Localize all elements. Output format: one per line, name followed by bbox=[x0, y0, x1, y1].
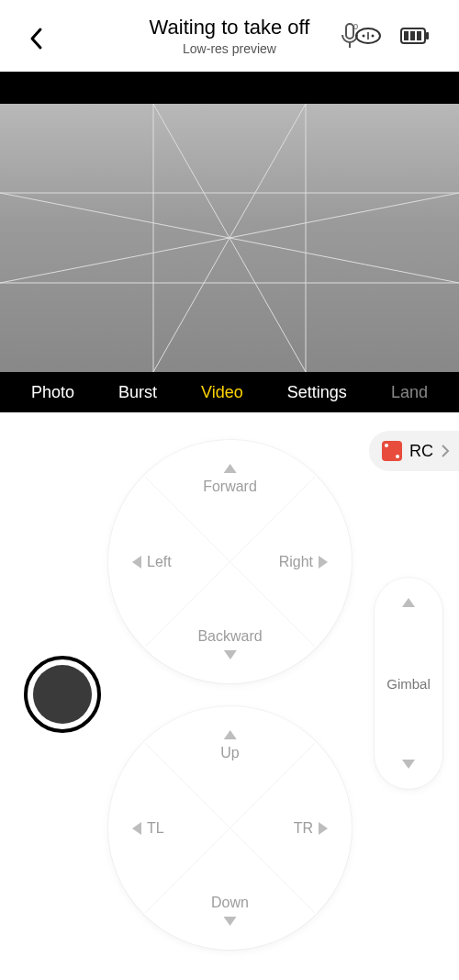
triangle-up-icon bbox=[224, 464, 237, 473]
turn-left-control[interactable]: TL bbox=[132, 820, 164, 837]
down-label: Down bbox=[211, 895, 249, 911]
tab-settings[interactable]: Settings bbox=[287, 383, 347, 402]
header: Waiting to take off Low-res preview 0 bbox=[0, 0, 459, 72]
svg-rect-0 bbox=[346, 24, 353, 39]
svg-point-4 bbox=[363, 35, 365, 38]
svg-point-5 bbox=[372, 35, 375, 38]
up-control[interactable]: Up bbox=[220, 730, 239, 761]
forward-control[interactable]: Forward bbox=[203, 464, 257, 495]
up-label: Up bbox=[220, 745, 239, 761]
svg-rect-10 bbox=[410, 31, 415, 40]
direction-joystick[interactable]: Forward Backward Left Right bbox=[108, 440, 352, 683]
svg-rect-8 bbox=[426, 32, 429, 39]
back-button[interactable] bbox=[28, 26, 46, 55]
triangle-right-icon bbox=[319, 556, 328, 569]
grid-overlay bbox=[0, 104, 459, 372]
tab-video[interactable]: Video bbox=[201, 383, 243, 402]
rc-label: RC bbox=[409, 442, 433, 461]
triangle-left-icon bbox=[132, 556, 141, 569]
tr-label: TR bbox=[294, 820, 313, 837]
mode-tabs: Photo Burst Video Settings Land bbox=[0, 372, 459, 412]
svg-rect-9 bbox=[404, 31, 409, 40]
triangle-down-icon bbox=[224, 917, 237, 926]
record-inner bbox=[33, 665, 92, 724]
altitude-joystick[interactable]: Up Down TL TR bbox=[108, 706, 352, 950]
right-label: Right bbox=[279, 554, 313, 570]
controls-area: RC Forward Backward Left Right G bbox=[0, 412, 459, 980]
gimbal-control[interactable]: Gimbal bbox=[375, 578, 442, 789]
rc-icon bbox=[382, 441, 402, 461]
backward-label: Backward bbox=[197, 628, 262, 645]
tab-land[interactable]: Land bbox=[391, 383, 428, 402]
controller-icon[interactable] bbox=[354, 26, 382, 46]
rc-chip[interactable]: RC bbox=[369, 431, 459, 471]
gimbal-label: Gimbal bbox=[386, 676, 431, 692]
turn-right-control[interactable]: TR bbox=[294, 820, 328, 837]
record-button[interactable] bbox=[24, 656, 101, 733]
triangle-left-icon bbox=[132, 822, 141, 835]
tab-burst[interactable]: Burst bbox=[118, 383, 157, 402]
chevron-right-icon bbox=[441, 444, 450, 458]
triangle-down-icon bbox=[224, 650, 237, 659]
down-control[interactable]: Down bbox=[211, 895, 249, 926]
left-control[interactable]: Left bbox=[132, 554, 172, 570]
battery-icon[interactable] bbox=[400, 27, 430, 45]
tab-photo[interactable]: Photo bbox=[31, 383, 74, 402]
triangle-up-icon bbox=[223, 730, 236, 739]
header-icons bbox=[354, 26, 430, 46]
forward-label: Forward bbox=[203, 479, 257, 495]
triangle-right-icon bbox=[319, 822, 328, 835]
camera-preview: Photo Burst Video Settings Land bbox=[0, 72, 459, 412]
left-label: Left bbox=[147, 554, 172, 570]
video-feed[interactable] bbox=[0, 104, 459, 372]
gimbal-up-icon[interactable] bbox=[402, 598, 415, 607]
right-control[interactable]: Right bbox=[279, 554, 328, 570]
gimbal-down-icon[interactable] bbox=[402, 760, 415, 769]
backward-control[interactable]: Backward bbox=[197, 628, 262, 659]
svg-rect-11 bbox=[417, 31, 421, 40]
tl-label: TL bbox=[147, 820, 164, 837]
chevron-left-icon bbox=[28, 26, 46, 51]
